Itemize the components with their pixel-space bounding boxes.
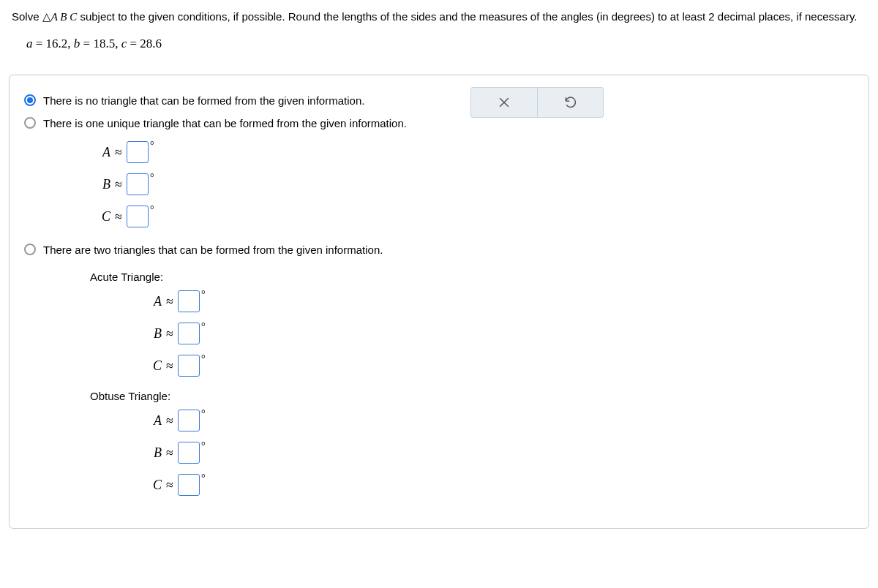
obtuse-title: Obtuse Triangle: [90,390,854,402]
input-obtuse-A[interactable] [178,410,200,431]
approx-symbol: ≈ [166,478,173,493]
label-B: B [141,326,162,342]
label-A: A [141,413,162,429]
degree-symbol: ° [201,472,206,484]
acute-inputs: A ≈ ° B ≈ ° C ≈ ° [141,290,854,377]
input-opt2-B[interactable] [127,173,149,195]
option-two-triangles-label: There are two triangles that can be form… [43,242,383,257]
row-opt2-C: C ≈ ° [90,206,854,227]
answer-panel: There is no triangle that can be formed … [9,75,869,529]
degree-symbol: ° [150,140,154,151]
row-acute-A: A ≈ ° [141,290,854,312]
degree-symbol: ° [150,204,154,216]
row-opt2-A: A ≈ ° [90,141,854,163]
label-C: C [141,478,162,493]
approx-symbol: ≈ [115,209,122,225]
option-one-triangle[interactable]: There is one unique triangle that can be… [24,116,854,131]
label-C: C [90,209,110,225]
input-acute-A[interactable] [178,290,200,312]
degree-symbol: ° [201,440,206,452]
approx-symbol: ≈ [115,177,122,192]
approx-symbol: ≈ [166,294,173,309]
clear-button[interactable] [471,88,537,117]
degree-symbol: ° [201,353,206,365]
input-opt2-A[interactable] [127,141,149,163]
row-opt2-B: B ≈ ° [90,173,854,195]
undo-icon [563,95,578,110]
label-B: B [141,445,162,461]
input-acute-B[interactable] [178,323,200,344]
given-values: a = 16.2, b = 18.5, c = 28.6 [12,34,866,53]
row-obtuse-A: A ≈ ° [141,410,854,431]
one-triangle-inputs: A ≈ ° B ≈ ° C ≈ ° [90,141,854,227]
label-B: B [90,177,110,192]
row-obtuse-C: C ≈ ° [141,474,854,496]
degree-symbol: ° [201,321,206,333]
input-opt2-C[interactable] [127,206,149,227]
label-C: C [141,358,162,374]
input-acute-C[interactable] [178,355,200,377]
degree-symbol: ° [150,172,154,184]
input-obtuse-B[interactable] [178,442,200,464]
acute-title: Acute Triangle: [90,271,854,283]
label-A: A [141,294,162,309]
degree-symbol: ° [201,289,206,301]
approx-symbol: ≈ [166,413,173,429]
input-obtuse-C[interactable] [178,474,200,496]
approx-symbol: ≈ [166,326,173,342]
option-no-triangle-label: There is no triangle that can be formed … [43,93,364,108]
option-one-triangle-label: There is one unique triangle that can be… [43,116,407,131]
radio-no-triangle[interactable] [24,94,36,106]
row-acute-B: B ≈ ° [141,323,854,344]
label-A: A [90,145,110,160]
question-prompt: Solve △A B C subject to the given condit… [0,0,878,60]
radio-one-triangle[interactable] [24,117,36,129]
approx-symbol: ≈ [166,358,173,374]
toolbar [470,87,604,118]
option-no-triangle[interactable]: There is no triangle that can be formed … [24,93,854,108]
degree-symbol: ° [201,408,206,420]
option-two-triangles[interactable]: There are two triangles that can be form… [24,242,854,257]
obtuse-inputs: A ≈ ° B ≈ ° C ≈ ° [141,410,854,496]
radio-two-triangles[interactable] [24,244,36,255]
row-obtuse-B: B ≈ ° [141,442,854,464]
row-acute-C: C ≈ ° [141,355,854,377]
reset-button[interactable] [537,88,603,117]
close-icon [497,95,511,110]
approx-symbol: ≈ [115,145,122,160]
approx-symbol: ≈ [166,445,173,461]
